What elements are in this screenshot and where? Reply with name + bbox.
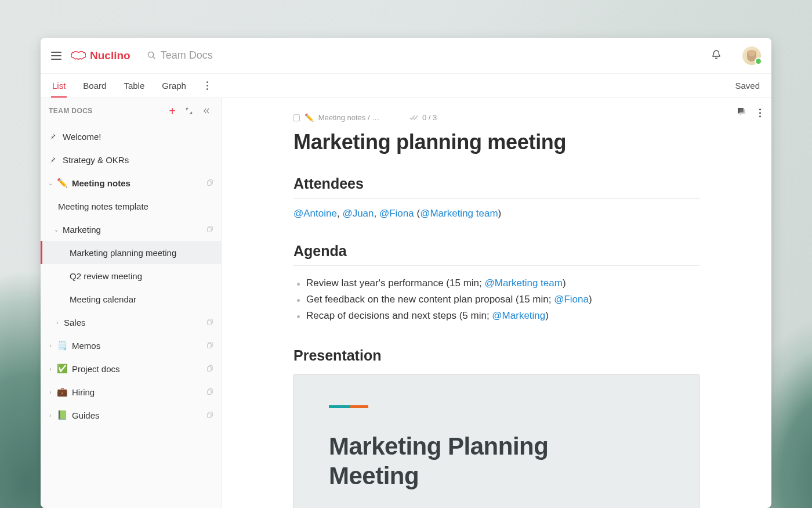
brain-icon [70, 49, 86, 62]
brand-name: Nuclino [90, 49, 130, 62]
sidebar-item-sales[interactable]: › Sales [41, 311, 221, 334]
presentation-embed[interactable]: Marketing PlanningMeeting [293, 374, 699, 508]
list-item[interactable]: Get feedback on the new content plan pro… [293, 291, 699, 308]
save-status: Saved [735, 81, 760, 91]
comment-icon [736, 106, 746, 117]
sidebar-item-marketing[interactable]: ⌄ Marketing [41, 218, 221, 241]
collapse-sidebar-button[interactable] [200, 105, 213, 117]
list-item[interactable]: Recap of decisions and next steps (5 min… [293, 308, 699, 324]
sidebar-item-guides[interactable]: › 📗 Guides [41, 403, 221, 427]
breadcrumb: ✏️ Meeting notes / Ma… 0 / 3 [293, 113, 699, 122]
breadcrumb-path[interactable]: ✏️ Meeting notes / Ma… [293, 113, 380, 122]
svg-rect-11 [208, 366, 212, 371]
checkbox-icon [293, 114, 300, 121]
svg-rect-9 [208, 343, 212, 348]
embed-title: Marketing PlanningMeeting [329, 431, 664, 491]
memo-icon: 🗒️ [57, 340, 67, 351]
user-avatar[interactable] [742, 46, 761, 65]
copy-icon [206, 410, 214, 420]
nav-tree: Welcome! Strategy & OKRs ⌄ ✏️ Meeting no… [41, 124, 221, 434]
sidebar-item-hiring[interactable]: › 💼 Hiring [41, 380, 221, 403]
copy-icon [206, 225, 214, 235]
comments-button[interactable] [736, 106, 746, 119]
search-input[interactable] [161, 49, 277, 62]
chevron-right-icon: › [48, 343, 53, 349]
agenda-list: Review last year's performance (15 min; … [293, 275, 699, 324]
mention[interactable]: @Marketing team [420, 208, 498, 219]
section-heading: Attendees [293, 175, 699, 199]
page-title[interactable]: Marketing planning meeting [293, 130, 699, 154]
expand-sidebar-button[interactable] [183, 105, 195, 117]
mention[interactable]: @Fiona [554, 294, 589, 305]
document-pane: ✏️ Meeting notes / Ma… 0 / 3 Marketing p… [222, 98, 771, 508]
bell-icon [711, 49, 722, 60]
mention[interactable]: @Marketing team [484, 278, 562, 289]
sidebar-item-marketing-planning-meeting[interactable]: Marketing planning meeting [41, 241, 221, 264]
document-more-button[interactable] [759, 109, 761, 117]
pencil-icon: ✏️ [304, 113, 314, 122]
chevron-right-icon: › [48, 389, 53, 395]
pin-icon [48, 156, 58, 164]
copy-icon [206, 341, 214, 351]
svg-rect-3 [208, 181, 212, 185]
mention[interactable]: @Fiona [379, 208, 414, 219]
chevron-right-icon: › [55, 319, 60, 326]
accent-bar [329, 405, 368, 408]
chevron-down-icon: ⌄ [53, 226, 59, 233]
notifications-button[interactable] [711, 49, 722, 63]
attendees-line[interactable]: @Antoine, @Juan, @Fiona (@Marketing team… [293, 208, 699, 219]
copy-icon [206, 318, 214, 327]
topbar: Nuclino [41, 38, 771, 74]
brand-logo[interactable]: Nuclino [70, 49, 130, 62]
copy-icon [206, 178, 214, 188]
tabs-more-button[interactable] [204, 81, 212, 90]
task-progress[interactable]: 0 / 3 [409, 113, 437, 122]
list-item[interactable]: Review last year's performance (15 min; … [293, 275, 699, 291]
copy-icon [206, 387, 214, 397]
checkmarks-icon [409, 114, 419, 121]
mention[interactable]: @Antoine [293, 208, 337, 219]
sidebar-title: TEAM DOCS [49, 107, 93, 115]
sidebar-item-welcome[interactable]: Welcome! [41, 125, 221, 148]
chevron-down-icon: ⌄ [48, 180, 53, 186]
chevron-right-icon: › [48, 412, 53, 419]
add-item-button[interactable]: + [166, 103, 178, 119]
sidebar-item-meeting-notes[interactable]: ⌄ ✏️ Meeting notes [41, 171, 221, 194]
sidebar-item-strategy[interactable]: Strategy & OKRs [41, 148, 221, 171]
app-window: Nuclino List Board Table Graph Saved TEA… [41, 38, 771, 508]
section-heading: Agenda [293, 243, 699, 266]
view-tabs: List Board Table Graph Saved [41, 74, 771, 98]
chevron-right-icon: › [48, 366, 53, 372]
section-attendees: Attendees @Antoine, @Juan, @Fiona (@Mark… [293, 175, 699, 219]
tab-graph[interactable]: Graph [162, 74, 186, 97]
expand-icon [185, 107, 193, 115]
svg-rect-13 [208, 390, 212, 394]
menu-toggle-button[interactable] [51, 52, 61, 60]
svg-rect-7 [208, 320, 212, 325]
sidebar-item-meeting-calendar[interactable]: Meeting calendar [41, 287, 221, 311]
sidebar-item-memos[interactable]: › 🗒️ Memos [41, 334, 221, 357]
pencil-icon: ✏️ [57, 178, 67, 188]
chevrons-left-icon [202, 107, 211, 115]
book-icon: 📗 [57, 410, 67, 420]
sidebar: TEAM DOCS + Welcome! [41, 98, 222, 508]
copy-icon [206, 364, 214, 374]
section-agenda: Agenda Review last year's performance (1… [293, 243, 699, 324]
sidebar-item-q2-review[interactable]: Q2 review meeting [41, 264, 221, 287]
svg-rect-15 [208, 413, 212, 417]
mention[interactable]: @Marketing [492, 310, 545, 321]
section-heading: Presentation [293, 347, 699, 370]
svg-rect-5 [208, 227, 212, 232]
search-icon [147, 51, 157, 60]
briefcase-icon: 💼 [57, 387, 67, 397]
tab-list[interactable]: List [52, 74, 66, 97]
svg-line-1 [153, 57, 155, 59]
tab-board[interactable]: Board [83, 74, 106, 97]
mention[interactable]: @Juan [342, 208, 374, 219]
tab-table[interactable]: Table [124, 74, 144, 97]
sidebar-item-project-docs[interactable]: › ✅ Project docs [41, 357, 221, 380]
sidebar-item-meeting-notes-template[interactable]: Meeting notes template [41, 194, 221, 218]
pin-icon [48, 132, 58, 140]
section-presentation: Presentation Marketing PlanningMeeting [293, 347, 699, 508]
search[interactable] [147, 49, 277, 62]
